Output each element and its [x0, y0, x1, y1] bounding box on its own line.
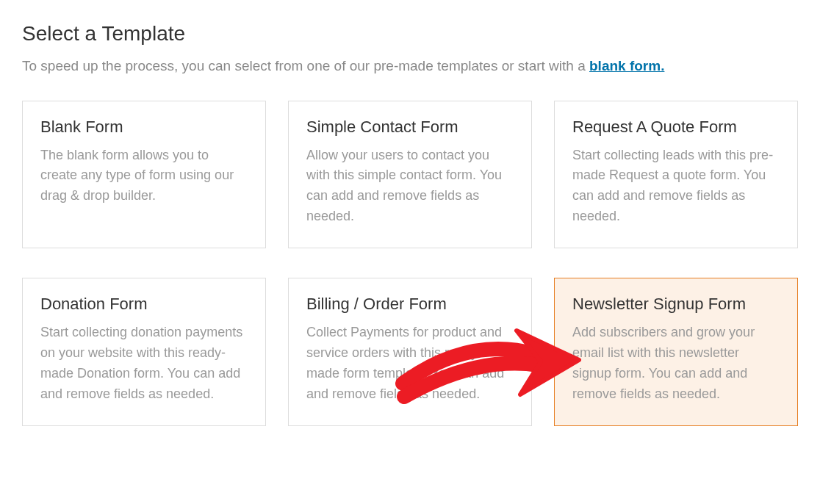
- template-title: Request A Quote Form: [572, 118, 780, 137]
- template-card-request-quote-form[interactable]: Request A Quote Form Start collecting le…: [554, 101, 798, 249]
- template-description: The blank form allows you to create any …: [40, 145, 248, 207]
- blank-form-link[interactable]: blank form.: [589, 58, 664, 73]
- template-title: Blank Form: [40, 118, 248, 137]
- template-description: Allow your users to contact you with thi…: [306, 145, 514, 228]
- template-description: Start collecting leads with this pre-mad…: [572, 145, 780, 228]
- template-title: Newsletter Signup Form: [572, 295, 780, 314]
- template-card-billing-order-form[interactable]: Billing / Order Form Collect Payments fo…: [288, 278, 532, 426]
- page-subtitle: To speed up the process, you can select …: [22, 56, 798, 77]
- template-card-blank-form[interactable]: Blank Form The blank form allows you to …: [22, 101, 266, 249]
- template-title: Simple Contact Form: [306, 118, 514, 137]
- template-description: Start collecting donation payments on yo…: [40, 323, 248, 405]
- template-title: Donation Form: [40, 295, 248, 314]
- template-card-donation-form[interactable]: Donation Form Start collecting donation …: [22, 278, 266, 426]
- templates-grid: Blank Form The blank form allows you to …: [22, 101, 798, 426]
- template-card-newsletter-signup-form[interactable]: Newsletter Signup Form Add subscribers a…: [554, 278, 798, 426]
- subtitle-text: To speed up the process, you can select …: [22, 58, 589, 73]
- template-title: Billing / Order Form: [306, 295, 514, 314]
- template-card-simple-contact-form[interactable]: Simple Contact Form Allow your users to …: [288, 101, 532, 249]
- template-description: Collect Payments for product and service…: [306, 323, 514, 405]
- page-title: Select a Template: [22, 22, 798, 46]
- template-description: Add subscribers and grow your email list…: [572, 323, 780, 405]
